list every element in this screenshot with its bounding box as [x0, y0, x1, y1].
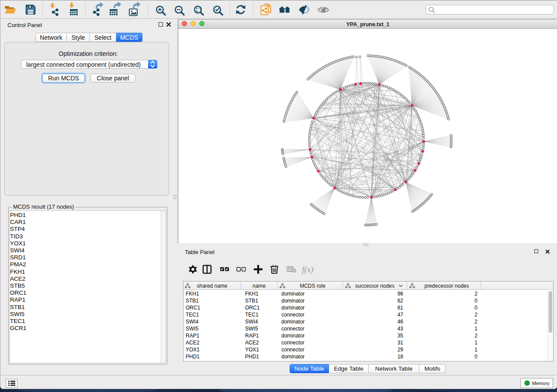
svg-text:f(x): f(x) — [302, 265, 313, 275]
